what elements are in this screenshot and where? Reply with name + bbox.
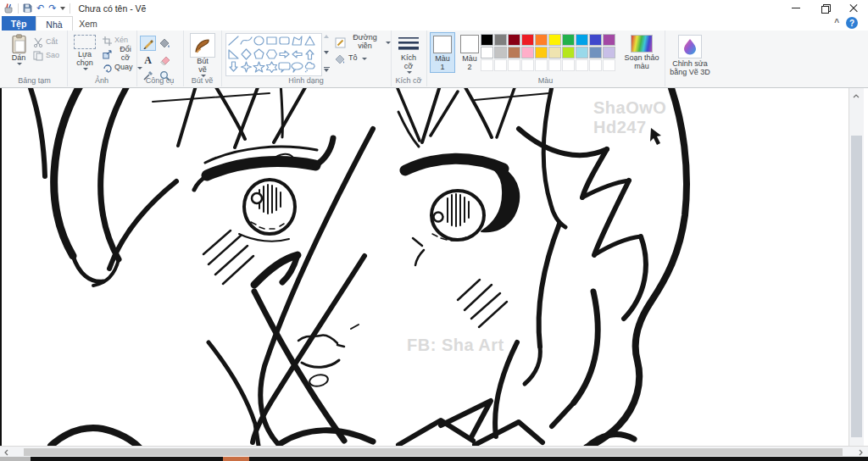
save-icon[interactable] <box>23 3 32 13</box>
shape-fill-button[interactable]: Tô <box>335 53 367 64</box>
tab-home[interactable]: Nhà <box>36 16 73 31</box>
color2-button[interactable]: Màu 2 <box>457 32 482 73</box>
paste-button[interactable]: Dán <box>6 34 31 65</box>
palette-color-swatch[interactable] <box>548 34 561 46</box>
shape-curve-icon[interactable] <box>240 35 253 47</box>
palette-empty-slot[interactable] <box>508 59 520 71</box>
palette-empty-slot[interactable] <box>589 59 602 71</box>
palette-empty-slot[interactable] <box>576 59 588 71</box>
menu-tab-row: Tệp Nhà Xem ^ ? <box>0 16 868 31</box>
minimize-button[interactable] <box>782 0 810 16</box>
shape-right-triangle-icon[interactable] <box>227 48 240 60</box>
palette-color-swatch[interactable] <box>481 47 493 58</box>
collapse-ribbon-icon[interactable]: ^ <box>834 18 839 27</box>
vertical-scroll-thumb[interactable] <box>851 136 862 437</box>
cut-button[interactable]: Cắt <box>33 36 58 48</box>
palette-color-swatch[interactable] <box>589 47 602 58</box>
palette-empty-slot[interactable] <box>494 59 507 71</box>
palette-empty-slot[interactable] <box>562 59 575 71</box>
fill-with-color-tool[interactable] <box>157 36 173 51</box>
shape-arrow-up-icon[interactable] <box>303 48 316 60</box>
horizontal-scrollbar[interactable] <box>0 446 868 457</box>
bottom-strip-orange-segment <box>223 457 249 461</box>
shape-pentagon-icon[interactable] <box>253 48 265 60</box>
customize-toolbar-caret[interactable] <box>60 7 65 10</box>
palette-color-swatch[interactable] <box>576 47 588 58</box>
shapes-scroll-down-icon[interactable] <box>324 51 329 54</box>
palette-color-swatch[interactable] <box>535 34 548 46</box>
shape-five-point-star-icon[interactable] <box>253 61 265 73</box>
shapes-more-icon[interactable] <box>324 67 330 72</box>
palette-empty-slot[interactable] <box>521 59 534 71</box>
palette-color-swatch[interactable] <box>562 47 575 58</box>
palette-color-swatch[interactable] <box>508 47 520 58</box>
resize-button[interactable]: Đổi cỡ <box>103 48 136 60</box>
shapes-scroll-up-icon[interactable] <box>324 35 329 38</box>
paint3d-button[interactable]: Chỉnh sửa bằng Vẽ 3D <box>668 35 712 77</box>
help-icon[interactable]: ? <box>846 17 858 29</box>
shape-outline-button[interactable]: Đường viền <box>335 36 391 48</box>
palette-color-swatch[interactable] <box>521 34 534 46</box>
palette-color-swatch[interactable] <box>603 34 615 46</box>
shape-cloud-callout-icon[interactable] <box>303 61 316 73</box>
shape-rounded-rectangle-icon[interactable] <box>278 35 291 47</box>
drawing-canvas[interactable]: ShaOwO Hd247 FB: Sha Art <box>0 88 849 446</box>
scroll-right-icon[interactable] <box>854 447 866 457</box>
copy-button[interactable]: Sao <box>33 50 59 62</box>
palette-empty-slot[interactable] <box>548 59 561 71</box>
ribbon-group-paint3d: Chỉnh sửa bằng Vẽ 3D <box>665 31 715 86</box>
palette-color-swatch[interactable] <box>508 34 520 46</box>
resize-label: Đổi cỡ <box>114 46 136 63</box>
redo-icon[interactable]: ↷ <box>48 3 56 13</box>
tab-file[interactable]: Tệp <box>2 16 36 31</box>
palette-color-swatch[interactable] <box>481 34 493 46</box>
brush-icon <box>190 33 215 58</box>
size-button[interactable]: Kích cỡ <box>395 36 422 74</box>
palette-empty-slot[interactable] <box>481 59 493 71</box>
color1-button[interactable]: Màu 1 <box>430 32 455 73</box>
close-button[interactable] <box>839 0 868 16</box>
shape-six-point-star-icon[interactable] <box>265 61 278 73</box>
shape-diamond-icon[interactable] <box>240 48 253 60</box>
edit-colors-button[interactable]: Soạn thảo màu <box>621 35 662 71</box>
shape-line-icon[interactable] <box>227 35 240 47</box>
undo-icon[interactable]: ↶ <box>36 3 44 13</box>
shape-arrow-down-icon[interactable] <box>227 61 240 73</box>
palette-color-swatch[interactable] <box>494 47 507 58</box>
palette-color-swatch[interactable] <box>494 34 507 46</box>
scroll-left-icon[interactable] <box>0 447 12 457</box>
palette-color-swatch[interactable] <box>548 47 561 58</box>
palette-empty-slot[interactable] <box>603 59 615 71</box>
restore-button[interactable] <box>810 0 839 16</box>
palette-empty-slot[interactable] <box>535 59 548 71</box>
text-tool[interactable]: A <box>140 52 156 67</box>
shape-arrow-left-icon[interactable] <box>291 48 303 60</box>
shape-oval-callout-icon[interactable] <box>291 61 303 73</box>
vertical-scrollbar[interactable] <box>849 88 864 446</box>
tab-view[interactable]: Xem <box>71 16 105 31</box>
shape-rounded-callout-icon[interactable] <box>278 61 291 73</box>
eraser-tool[interactable] <box>157 52 173 67</box>
select-button[interactable]: Lựa chọn <box>70 35 99 70</box>
shape-hexagon-icon[interactable] <box>265 48 278 60</box>
shape-oval-icon[interactable] <box>253 35 265 47</box>
pencil-tool[interactable] <box>140 36 156 51</box>
horizontal-scroll-thumb[interactable] <box>24 448 843 456</box>
canvas-drawing <box>0 88 849 446</box>
shape-four-point-star-icon[interactable] <box>240 61 253 73</box>
palette-color-swatch[interactable] <box>535 47 548 58</box>
shapes-group-title: Hình dạng <box>221 76 391 85</box>
shape-rectangle-icon[interactable] <box>265 35 278 47</box>
palette-color-swatch[interactable] <box>562 34 575 46</box>
shape-arrow-right-icon[interactable] <box>278 48 291 60</box>
palette-color-swatch[interactable] <box>589 34 602 46</box>
palette-color-swatch[interactable] <box>576 34 588 46</box>
scroll-up-icon[interactable] <box>849 90 863 102</box>
palette-color-swatch[interactable] <box>521 47 534 58</box>
select-icon <box>74 35 96 49</box>
brushes-button[interactable]: Bút vẽ <box>190 33 215 77</box>
palette-color-swatch[interactable] <box>603 47 615 58</box>
clipboard-group-title: Bảng tạm <box>2 76 67 85</box>
shape-polygon-icon[interactable] <box>291 35 303 47</box>
shape-triangle-icon[interactable] <box>303 35 316 47</box>
